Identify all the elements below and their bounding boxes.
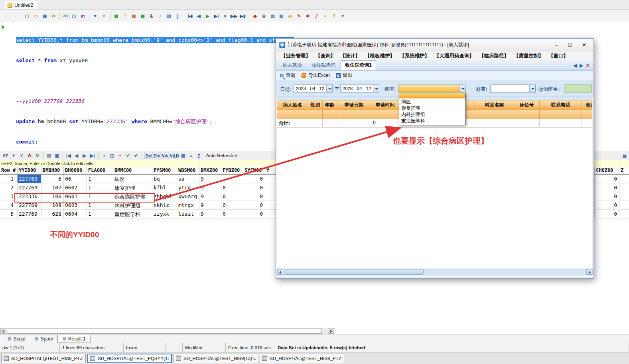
insert-row-icon[interactable]: + xyxy=(101,152,108,159)
col-header-FYBZ00[interactable]: FYBZ00 xyxy=(221,167,243,174)
cell-BMMC00[interactable]: 病区 xyxy=(113,175,152,183)
cell-CHQZ00[interactable]: 0 xyxy=(595,201,619,210)
wscroll-right-icon[interactable] xyxy=(586,269,592,275)
menu-item-0[interactable]: 【业务管理】 xyxy=(278,52,313,60)
auto-refresh-label[interactable]: Auto-Refresh e xyxy=(206,153,237,158)
taskbar-button-3[interactable]: SD_HOSPITAL@TEST_HIS9_PTZYY(.. xyxy=(260,354,344,363)
export-excel-button[interactable]: 导出Excel xyxy=(302,72,329,79)
patient-col-7[interactable]: 科室名称 xyxy=(475,100,514,110)
execute-icon[interactable]: ! xyxy=(121,12,129,20)
taskbar-button-1[interactable]: SD_HOSPITAL@TEST_FQSYY{12}:U.. xyxy=(87,354,172,363)
cell-Z[interactable] xyxy=(619,183,629,192)
filter-icon[interactable]: ▼ xyxy=(91,12,99,20)
taskbar-button-2[interactable]: SD_HOSPITAL@TEST_HIS9{13}:Un.. xyxy=(174,354,258,363)
nav-last-icon[interactable]: ▶▮ xyxy=(239,12,247,20)
cell-BMBH00[interactable]: 107 xyxy=(41,183,64,192)
row-filter-label[interactable]: #? xyxy=(3,153,8,158)
commit-icon[interactable]: ◆ xyxy=(251,12,259,20)
cell-CHQZ00[interactable]: 0 xyxy=(595,210,619,218)
cell-FYBZ00[interactable]: 0 xyxy=(221,210,243,218)
cell-PYSM00[interactable]: zzyxk xyxy=(152,210,177,218)
cell-BMXZ00[interactable]: 9 xyxy=(199,201,221,210)
cell-BMXZ00[interactable]: 9 xyxy=(199,175,221,183)
maximize-button[interactable]: □ xyxy=(568,42,572,48)
cell-YYID00[interactable]: 227769 xyxy=(18,210,41,218)
coins-icon[interactable]: ◎ xyxy=(286,12,294,20)
cell-BH0000[interactable]: 06 xyxy=(64,175,87,183)
refresh-icon[interactable]: ↻ xyxy=(34,152,41,159)
menu-item-8[interactable]: 【窗口】 xyxy=(546,52,571,60)
nav-first-icon[interactable]: |◀ xyxy=(186,12,194,20)
dropdown-item-2[interactable]: 内科护理组 xyxy=(399,111,465,118)
dropdown-item-1[interactable]: 康复护理 xyxy=(399,105,465,111)
indent-icon[interactable]: ≡ xyxy=(187,152,195,159)
patient-col-4[interactable]: 申请时间 xyxy=(371,100,399,110)
post-all-icon[interactable]: ✔ xyxy=(132,152,140,159)
dropdown-item-3[interactable]: 重症医学科 xyxy=(399,118,465,124)
cell-WBSM00[interactable]: mtrgx xyxy=(177,201,199,210)
tab-close-icon[interactable]: ✕ xyxy=(586,63,590,68)
cell-BMMC00[interactable]: 重症医学科 xyxy=(113,210,152,218)
def-button[interactable]: Def xyxy=(144,152,151,159)
cell-BH0000[interactable]: 0604 xyxy=(64,210,87,218)
cell-rownum[interactable]: 1 xyxy=(0,175,18,183)
menu-item-1[interactable]: 【查询】 xyxy=(313,52,338,60)
describe-table-icon[interactable]: ab xyxy=(62,13,69,19)
col-header-YYID00[interactable]: YYID00 xyxy=(18,167,41,174)
cell-BMBH00[interactable]: 6 xyxy=(41,175,64,183)
window-layout-icon[interactable]: ◫ xyxy=(70,12,78,20)
window-titlebar[interactable]: 门诊电子病历 福建省福清市医院(国家医保) 眼科 管理员(11111111111… xyxy=(276,39,594,51)
sound-icon[interactable]: ♪ xyxy=(156,12,164,20)
cell-Z[interactable] xyxy=(619,201,629,210)
cell-FLAG00[interactable]: 1 xyxy=(87,175,113,183)
bottom-tab-Result 1[interactable]: ▤Result 1 xyxy=(57,335,90,343)
dropdown-highlight[interactable] xyxy=(399,93,465,98)
session-icon[interactable]: ◩ xyxy=(79,12,87,20)
col-header-Z[interactable]: Z xyxy=(619,167,629,174)
col-header-BH0000[interactable]: BH0000 xyxy=(64,167,87,174)
cell-SYCW00[interactable]: 0 xyxy=(243,183,265,192)
grid-view-icon[interactable]: ▦ xyxy=(179,152,187,159)
cell-SYCW00[interactable]: 0 xyxy=(243,210,265,218)
back-arrow-icon[interactable]: ← xyxy=(2,12,10,20)
menu-item-3[interactable]: 【模板维护】 xyxy=(363,52,397,60)
tab-scroll-right-icon[interactable]: ▶ xyxy=(580,63,583,68)
col-header-SYCW00[interactable]: SYCW00 xyxy=(243,167,265,174)
cell-PYSM00[interactable]: bq xyxy=(152,175,177,183)
cell-rownum[interactable]: 5 xyxy=(0,210,18,218)
scroll-left-icon[interactable] xyxy=(0,328,6,334)
wscroll-left-icon[interactable] xyxy=(277,269,283,275)
editor-tab-untitled2[interactable]: Untitled2 xyxy=(5,1,37,9)
exit-button[interactable]: 退出 xyxy=(336,72,352,79)
save-icon[interactable]: ▣ xyxy=(41,12,49,20)
copy-grid-icon[interactable]: ▤ xyxy=(165,12,173,20)
patient-col-2[interactable]: 年龄 xyxy=(323,100,337,110)
minimize-button[interactable]: – xyxy=(555,42,558,48)
null-button[interactable]: N✕ xyxy=(160,152,167,159)
new-file-icon[interactable]: ▢ xyxy=(23,12,31,20)
cell-BMXZ00[interactable]: 9 xyxy=(199,183,221,192)
cell-BMXZ00[interactable]: 9 xyxy=(199,210,221,218)
edit-script-icon[interactable]: ✎ xyxy=(295,12,303,20)
first-row-icon[interactable]: |◀ xyxy=(65,152,72,159)
chevron-down-icon[interactable] xyxy=(529,85,535,92)
log-list-icon[interactable]: ≣ xyxy=(260,12,268,20)
date-from-select[interactable]: 2023 - 04 - 12 xyxy=(294,85,333,92)
cell-rownum[interactable]: 2 xyxy=(0,183,18,192)
concat-icon[interactable]: & xyxy=(148,12,156,20)
cell-Z[interactable] xyxy=(619,192,629,201)
bottom-tab-Spool[interactable]: ▤Spool xyxy=(30,335,57,343)
cell-YYID00[interactable]: 227769 xyxy=(18,183,41,192)
tab-scroll-left-icon[interactable]: ◀ xyxy=(574,63,577,68)
query-table-icon[interactable]: ▩ xyxy=(139,12,147,20)
cell-CHQZ00[interactable]: 0 xyxy=(595,183,619,192)
post-icon[interactable]: ✔ xyxy=(124,152,132,159)
flask-icon[interactable]: ▼ xyxy=(339,12,347,20)
export-book-icon[interactable]: ▤ xyxy=(269,12,277,20)
cell-SYCW00[interactable]: 0 xyxy=(243,201,265,210)
skip-icon[interactable]: ▶▶ xyxy=(230,12,238,20)
patient-col-0[interactable]: 病人姓名 xyxy=(277,100,308,110)
dept-select[interactable] xyxy=(490,85,536,92)
cell-WBSM00[interactable]: ua xyxy=(177,175,199,183)
window-tab-收住院查询1[interactable]: 收住院查询1 xyxy=(341,60,376,70)
